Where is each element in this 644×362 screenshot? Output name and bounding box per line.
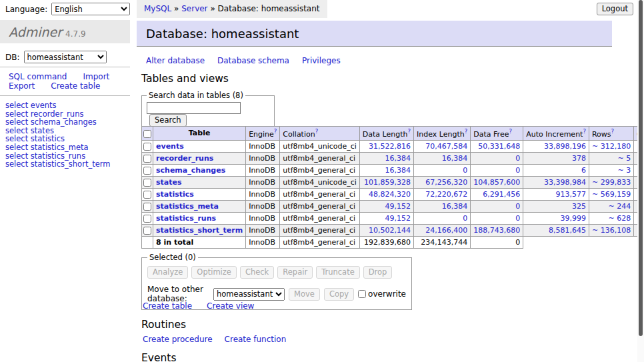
- events-heading: Events: [141, 352, 176, 362]
- alter-database-link[interactable]: Alter database: [146, 56, 205, 65]
- row-checkbox-statistics[interactable]: [143, 191, 151, 199]
- create-links: Create tableCreate view: [143, 301, 254, 311]
- logout-button[interactable]: Logout: [597, 3, 633, 15]
- table-link-schema-changes[interactable]: schema_changes: [156, 166, 225, 175]
- drop-button[interactable]: Drop: [363, 266, 393, 279]
- rows-cell: ~ 5: [589, 152, 633, 164]
- table-row: statistics_short_termInnoDButf8mb4_gener…: [142, 224, 644, 236]
- search-legend: Search data in tables (8): [147, 91, 245, 100]
- page-scrollbar[interactable]: [637, 0, 644, 362]
- table-name-cell: recorder_runs: [153, 152, 246, 164]
- sidebar-link-export[interactable]: Export: [9, 82, 35, 91]
- table-link-recorder-runs[interactable]: recorder_runs: [156, 154, 213, 163]
- data-free-cell: 188,743,680: [471, 224, 523, 236]
- breadcrumb-server-link[interactable]: Server: [181, 4, 207, 13]
- sidebar-divider-bottom: [0, 95, 130, 96]
- table-name-cell: states: [153, 176, 246, 188]
- row-checkbox-states[interactable]: [143, 179, 151, 187]
- collation-cell: utf8mb4_general_ci: [280, 152, 359, 164]
- table-link-statistics-meta[interactable]: statistics_meta: [156, 202, 219, 211]
- collation-cell: utf8mb4_general_ci: [280, 224, 359, 236]
- sidebar-header: Adminer4.7.9: [0, 20, 130, 43]
- select-all-checkbox[interactable]: [143, 130, 151, 138]
- table-link-statistics-short-term[interactable]: statistics_short_term: [156, 226, 243, 235]
- collation-cell: utf8mb4_general_ci: [280, 212, 359, 224]
- hint-link[interactable]: ?: [611, 128, 615, 135]
- index-length-cell: 24,166,400: [414, 224, 471, 236]
- row-checkbox-recorder-runs[interactable]: [143, 155, 151, 163]
- table-link-statistics[interactable]: statistics: [156, 190, 194, 199]
- db-label: DB:: [5, 53, 20, 62]
- table-link-events[interactable]: events: [156, 142, 184, 151]
- row-checkbox-schema-changes[interactable]: [143, 167, 151, 175]
- optimize-button[interactable]: Optimize: [191, 266, 237, 279]
- create-function-link[interactable]: Create function: [225, 335, 287, 344]
- data-length-cell: 16,384: [359, 164, 413, 176]
- check-button[interactable]: Check: [240, 266, 274, 279]
- create-table-link[interactable]: Create table: [143, 301, 192, 311]
- data-length-cell: 48,824,320: [359, 188, 413, 200]
- search-button[interactable]: Search: [149, 114, 187, 127]
- breadcrumb-current: Database: homeassistant: [218, 4, 320, 13]
- row-check-cell: [142, 224, 153, 236]
- index-length-cell: 67,256,320: [414, 176, 471, 188]
- table-name-cell: statistics_short_term: [153, 224, 246, 236]
- collation-cell: utf8mb4_general_ci: [280, 164, 359, 176]
- adminer-logo-link[interactable]: Adminer: [9, 25, 62, 39]
- database-schema-link[interactable]: Database schema: [217, 56, 289, 65]
- hint-link[interactable]: ?: [315, 128, 319, 135]
- sidebar-select-statistics-short-term[interactable]: select statistics_short_term: [5, 159, 110, 169]
- scrollbar-thumb[interactable]: [639, 0, 643, 336]
- engine-cell: InnoDB: [246, 188, 280, 200]
- create-view-link[interactable]: Create view: [207, 301, 254, 311]
- table-row: schema_changesInnoDButf8mb4_general_ci16…: [142, 164, 644, 176]
- overwrite-checkbox[interactable]: [358, 290, 366, 298]
- db-select[interactable]: homeassistant: [24, 51, 107, 63]
- table-link-states[interactable]: states: [156, 178, 182, 187]
- data-free-cell: 0: [471, 212, 523, 224]
- row-checkbox-statistics-meta[interactable]: [143, 203, 151, 211]
- copy-button[interactable]: Copy: [324, 288, 354, 301]
- hint-link[interactable]: ?: [408, 128, 411, 135]
- row-checkbox-statistics-runs[interactable]: [143, 215, 151, 223]
- row-checkbox-statistics-short-term[interactable]: [143, 227, 151, 235]
- hint-link[interactable]: ?: [465, 128, 468, 135]
- hint-link[interactable]: ?: [274, 128, 277, 135]
- sidebar-divider-top: [0, 67, 130, 67]
- table-link-statistics-runs[interactable]: statistics_runs: [156, 214, 216, 223]
- overwrite-wrap: overwrite: [358, 289, 406, 299]
- data-free-cell: 0: [471, 152, 523, 164]
- search-input[interactable]: [147, 102, 241, 114]
- privileges-link[interactable]: Privileges: [302, 56, 341, 65]
- hint-link[interactable]: ?: [583, 128, 586, 135]
- table-row: recorder_runsInnoDButf8mb4_general_ci16,…: [142, 152, 644, 164]
- total-row: 8 in totalInnoDButf8mb4_general_ci192,83…: [142, 236, 644, 248]
- auto-increment-cell: 913,577: [523, 188, 589, 200]
- total-name-cell: 8 in total: [153, 236, 246, 248]
- sidebar-link-create-table[interactable]: Create table: [51, 82, 100, 91]
- data-free-cell: 104,857,600: [471, 176, 523, 188]
- data-free-cell: 6,291,456: [471, 188, 523, 200]
- create-procedure-link[interactable]: Create procedure: [143, 335, 213, 344]
- row-checkbox-events[interactable]: [143, 143, 151, 151]
- hint-link[interactable]: ?: [509, 128, 512, 135]
- breadcrumb-mysql-link[interactable]: MySQL: [144, 4, 171, 13]
- analyze-button[interactable]: Analyze: [147, 266, 188, 279]
- language-select[interactable]: English: [51, 3, 130, 15]
- engine-cell: InnoDB: [246, 224, 280, 236]
- column-header-auto-increment: Auto Increment?: [523, 127, 589, 141]
- table-row: statesInnoDButf8mb4_unicode_ci101,859,32…: [142, 176, 644, 188]
- truncate-button[interactable]: Truncate: [316, 266, 360, 279]
- repair-button[interactable]: Repair: [277, 266, 313, 279]
- language-bar: Language: English: [5, 3, 130, 15]
- select-all-cell: [142, 127, 153, 141]
- move-button[interactable]: Move: [289, 288, 320, 301]
- column-header-engine: Engine?: [246, 127, 280, 141]
- auto-increment-cell: 325: [523, 200, 589, 212]
- index-length-cell: 72,220,672: [414, 188, 471, 200]
- total-data-free-cell: 0: [471, 236, 523, 248]
- sidebar-link-sql-command[interactable]: SQL command: [9, 73, 67, 82]
- move-database-select[interactable]: homeassistant: [213, 288, 285, 301]
- sidebar-link-import[interactable]: Import: [83, 73, 109, 82]
- page-title: Database: homeassistant: [137, 21, 612, 47]
